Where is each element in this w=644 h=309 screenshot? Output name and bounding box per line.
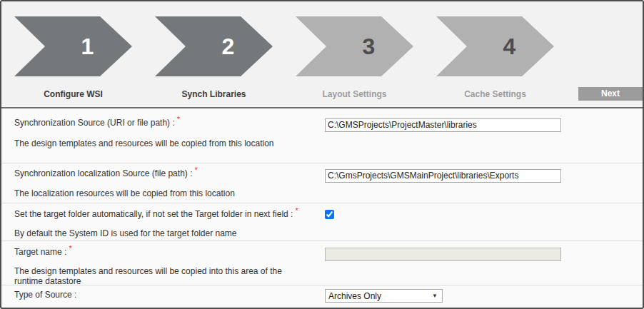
step-3-arrow[interactable]: 3 xyxy=(296,16,413,76)
form-row-source-type: Type of Source : Archives Only ▼ xyxy=(1,285,643,306)
required-asterisk: * xyxy=(194,166,197,174)
target-name-description: The design templates and resources will … xyxy=(14,266,308,286)
step-4-number: 4 xyxy=(503,35,516,58)
form-row-sync-source: Synchronization Source (URI or file path… xyxy=(1,108,643,163)
step-4-arrow[interactable]: 4 xyxy=(436,16,554,76)
localization-source-input[interactable] xyxy=(325,169,561,183)
wizard-window: 1 2 3 4 Configure WSI Synch Libraries La… xyxy=(0,0,644,309)
target-name-input xyxy=(325,248,561,261)
next-button[interactable]: Next xyxy=(578,87,643,101)
step-3-label: Layout Settings xyxy=(296,89,413,99)
form-row-target-name: Target name :* The design templates and … xyxy=(1,240,643,285)
step-4-label: Cache Settings xyxy=(436,89,554,99)
step-3-number: 3 xyxy=(363,35,376,58)
localization-source-label: Synchronization localization Source (fil… xyxy=(14,168,311,178)
sync-settings-form: Synchronization Source (URI or file path… xyxy=(1,108,643,306)
required-asterisk: * xyxy=(177,115,180,123)
auto-target-folder-label: Set the target folder automatically, if … xyxy=(14,209,311,219)
auto-target-folder-checkbox[interactable] xyxy=(325,210,334,219)
chevron-down-icon: ▼ xyxy=(432,293,438,299)
step-2-label: Synch Libraries xyxy=(155,89,273,99)
localization-source-description: The localization resources will be copie… xyxy=(14,188,311,198)
step-2-arrow[interactable]: 2 xyxy=(155,16,273,76)
step-1-arrow[interactable]: 1 xyxy=(14,16,132,76)
sync-source-input[interactable] xyxy=(325,118,561,132)
form-row-localization-source: Synchronization localization Source (fil… xyxy=(1,163,643,203)
step-1-number: 1 xyxy=(81,35,94,58)
wizard-header: 1 2 3 4 Configure WSI Synch Libraries La… xyxy=(1,1,643,108)
source-type-selected-value: Archives Only xyxy=(328,291,432,301)
step-1-label: Configure WSI xyxy=(14,89,132,99)
source-type-select[interactable]: Archives Only ▼ xyxy=(325,289,443,303)
source-type-label: Type of Source : xyxy=(14,290,311,300)
step-2-number: 2 xyxy=(222,35,235,58)
required-asterisk: * xyxy=(295,206,298,215)
form-row-auto-target-folder: Set the target folder automatically, if … xyxy=(1,203,643,240)
required-asterisk: * xyxy=(69,244,71,253)
target-name-label: Target name :* xyxy=(14,247,311,257)
sync-source-label: Synchronization Source (URI or file path… xyxy=(14,118,311,128)
auto-target-folder-description: By default the System ID is used for the… xyxy=(14,228,311,238)
sync-source-description: The design templates and resources will … xyxy=(14,138,311,148)
